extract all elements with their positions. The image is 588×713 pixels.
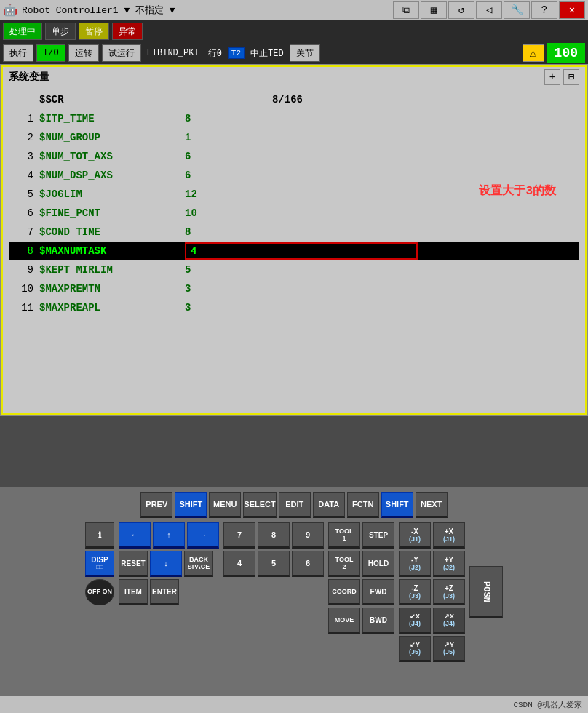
menu-key[interactable]: MENU — [209, 492, 241, 518]
move-key[interactable]: MOVE — [328, 608, 360, 634]
table-row[interactable]: 9 $KEPT_MIRLIM 5 — [9, 260, 579, 279]
data-key[interactable]: DATA — [313, 492, 345, 518]
arrow-up-key[interactable]: ↑ — [153, 522, 185, 549]
fwd-key[interactable]: FWD — [362, 579, 394, 605]
bwd-key[interactable]: BWD — [362, 608, 394, 634]
panel-icons: + ⊟ — [544, 69, 579, 85]
run-btn[interactable]: 运转 — [68, 44, 99, 62]
score-display: 100 — [547, 43, 585, 63]
select-key[interactable]: SELECT — [243, 492, 276, 518]
keyboard-numpad: 7 8 9 4 5 6 — [223, 522, 324, 662]
var-header-row: $SCR 8/166 — [9, 90, 579, 109]
keyboard-axis-col: -X(J1) +X(J1) -Y(J2) +Y(J2) -Z(J3) +Z(J3… — [399, 522, 465, 662]
xrplus-key[interactable]: ↗X(J4) — [433, 608, 465, 634]
zminus-key[interactable]: -Z(J3) — [399, 579, 431, 605]
table-row[interactable]: 7 $COND_TIME 8 — [9, 223, 579, 242]
layout-btn[interactable]: ⊟ — [563, 69, 579, 85]
single-btn[interactable]: 单步 — [45, 23, 76, 40]
table-row[interactable]: 10 $MAXPREMTN 3 — [9, 279, 579, 298]
table-row[interactable]: 6 $FINE_PCNT 10 — [9, 204, 579, 223]
title-controls: ⧉ ▦ ↺ ◁ 🔧 ? ✕ — [393, 1, 585, 19]
table-row[interactable]: 4 $NUM_DSP_AXS 6 — [9, 166, 579, 185]
annotation-text: 设置大于3的数 — [479, 183, 556, 199]
num5-key[interactable]: 5 — [258, 551, 290, 577]
num7-key[interactable]: 7 — [223, 522, 255, 549]
yrminus-key[interactable]: ↙Y(J5) — [399, 636, 431, 662]
tool2-key[interactable]: TOOL2 — [328, 551, 360, 577]
hold-key[interactable]: HOLD — [362, 551, 394, 577]
yplus-key[interactable]: +Y(J2) — [433, 551, 465, 577]
arrow-down-key[interactable]: ↓ — [150, 551, 182, 577]
num4-key[interactable]: 4 — [223, 551, 255, 577]
zplus-key[interactable]: +Z(J3) — [433, 579, 465, 605]
num8-key[interactable]: 8 — [258, 522, 290, 549]
num9-key[interactable]: 9 — [292, 522, 324, 549]
count-header: 8/166 — [272, 94, 303, 105]
libind-label: LIBIND_PKT — [144, 48, 202, 58]
main-panel: 系统变量 + ⊟ $SCR 8/166 1 $ITP_TIME 8 2 $NUM… — [1, 65, 587, 415]
next-key[interactable]: NEXT — [416, 492, 448, 518]
toolbar-row1: 处理中 单步 暂停 异常 — [0, 20, 588, 42]
refresh-btn[interactable]: ↺ — [448, 1, 474, 19]
trial-btn[interactable]: 试运行 — [102, 44, 141, 62]
prev-btn[interactable]: ◁ — [476, 1, 502, 19]
table-row[interactable]: 3 $NUM_TOT_AXS 6 — [9, 147, 579, 166]
step-key[interactable]: STEP — [362, 522, 394, 549]
xrminus-key[interactable]: ↙X(J4) — [399, 608, 431, 634]
posn-key[interactable]: POSN — [469, 566, 503, 618]
title-bar: 🤖 Robot Controller1 ▼ 不指定 ▼ ⧉ ▦ ↺ ◁ 🔧 ? … — [0, 0, 588, 20]
shift-right-key[interactable]: SHIFT — [381, 492, 413, 518]
keyboard-body: ℹ DISP□□ OFF ON ← ↑ → RESET ↓ BACKSPACE … — [85, 522, 503, 662]
tool-btn[interactable]: 🔧 — [504, 1, 530, 19]
exec-btn[interactable]: 执行 — [3, 44, 33, 62]
app-logo: 🤖 — [3, 3, 17, 17]
posn-col: POSN — [469, 522, 503, 662]
arrow-right-key[interactable]: → — [187, 522, 219, 549]
arrow-left-key[interactable]: ← — [119, 522, 151, 549]
offon-key[interactable]: OFF ON — [85, 579, 114, 605]
table-row[interactable]: 11 $MAXPREAPL 3 — [9, 298, 579, 317]
tool1-key[interactable]: TOOL1 — [328, 522, 360, 549]
backspace-key[interactable]: BACKSPACE — [184, 551, 213, 577]
edit-input[interactable] — [185, 242, 418, 260]
yminus-key[interactable]: -Y(J2) — [399, 551, 431, 577]
help-btn[interactable]: ? — [531, 1, 557, 19]
io-btn[interactable]: I/O — [36, 44, 65, 62]
joint-btn[interactable]: 关节 — [290, 44, 320, 62]
table-row[interactable]: 2 $NUM_GROUP 1 — [9, 128, 579, 147]
keyboard-area: PREV SHIFT MENU SELECT EDIT DATA FCTN SH… — [0, 487, 588, 696]
zoom-in-btn[interactable]: + — [544, 69, 560, 85]
keyboard-tool-col: TOOL1 STEP TOOL2 HOLD COORD FWD MOVE BWD — [328, 522, 394, 662]
keyboard-row1: PREV SHIFT MENU SELECT EDIT DATA FCTN SH… — [140, 492, 447, 518]
reset-key[interactable]: RESET — [119, 551, 148, 577]
item-key[interactable]: ITEM — [119, 579, 148, 605]
footer-text: CSDN @机器人爱家 — [513, 699, 582, 710]
shift-left-key[interactable]: SHIFT — [175, 492, 207, 518]
info-key[interactable]: ℹ — [85, 522, 114, 549]
stop-label: 中止TED — [247, 47, 287, 60]
processing-btn[interactable]: 处理中 — [3, 23, 42, 40]
edit-key[interactable]: EDIT — [279, 492, 311, 518]
table-row[interactable]: 1 $ITP_TIME 8 — [9, 109, 579, 128]
t2-tag: T2 — [228, 47, 245, 59]
disp-key[interactable]: DISP□□ — [85, 551, 114, 577]
error-btn[interactable]: 异常 — [112, 23, 143, 40]
row-label: 行0 — [205, 47, 225, 60]
keyboard-nav-col: ← ↑ → RESET ↓ BACKSPACE ITEM ENTER — [119, 522, 219, 662]
enter-key[interactable]: ENTER — [150, 579, 179, 605]
table-row-selected[interactable]: 8 $MAXNUMTASK — [9, 242, 579, 260]
num6-key[interactable]: 6 — [292, 551, 324, 577]
coord-key[interactable]: COORD — [328, 579, 360, 605]
xplus-key[interactable]: +X(J1) — [433, 522, 465, 549]
pause-btn[interactable]: 暂停 — [79, 23, 109, 40]
fctn-key[interactable]: FCTN — [347, 492, 379, 518]
grid-btn[interactable]: ▦ — [421, 1, 447, 19]
title-text: Robot Controller1 ▼ 不指定 ▼ — [22, 4, 175, 17]
panel-header: 系统变量 + ⊟ — [3, 67, 585, 87]
alert-icon: ⚠ — [523, 44, 544, 62]
xminus-key[interactable]: -X(J1) — [399, 522, 431, 549]
yrplus-key[interactable]: ↗Y(J5) — [433, 636, 465, 662]
prev-key[interactable]: PREV — [140, 492, 172, 518]
copy-btn[interactable]: ⧉ — [393, 1, 419, 19]
close-btn[interactable]: ✕ — [559, 1, 585, 19]
